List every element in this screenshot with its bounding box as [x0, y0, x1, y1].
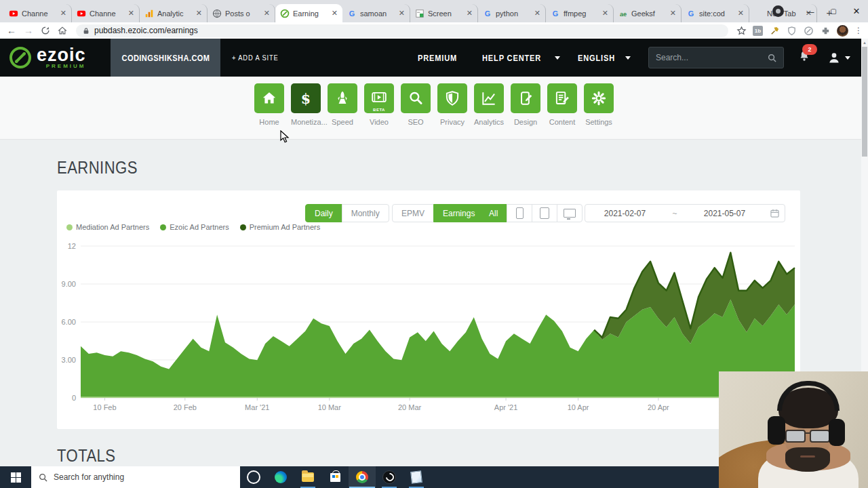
video-icon[interactable]: BETA [364, 83, 394, 113]
device-button-tablet-icon[interactable] [532, 204, 557, 222]
seo-icon[interactable] [401, 83, 431, 113]
start-button[interactable] [0, 466, 31, 488]
extension-shield-icon[interactable] [786, 25, 797, 36]
file-explorer-icon[interactable] [294, 466, 321, 488]
legend-item[interactable]: Ezoic Ad Partners [160, 223, 229, 231]
scrollbar-thumb[interactable] [862, 47, 867, 157]
legend-dot [240, 224, 246, 230]
date-to[interactable]: 2021-05-07 [685, 209, 764, 218]
extensions-puzzle-icon[interactable] [820, 25, 831, 36]
browser-tab[interactable]: Earning✕ [275, 4, 342, 22]
browser-tab[interactable]: Channe✕ [4, 4, 72, 22]
design-icon[interactable] [511, 83, 540, 113]
close-tab-icon[interactable]: ✕ [59, 9, 66, 18]
reload-icon[interactable] [39, 26, 52, 35]
tab-label: site:cod [699, 9, 733, 18]
close-tab-icon[interactable]: ✕ [465, 9, 473, 18]
nav-item-settings[interactable]: Settings [584, 83, 614, 139]
nav-item-content[interactable]: Content [547, 83, 577, 139]
metric-button-earnings[interactable]: Earnings [433, 204, 484, 222]
browser-avatar[interactable] [837, 25, 848, 37]
date-range-picker[interactable]: 2021-02-07 ~ 2021-05-07 [585, 204, 785, 222]
close-tab-icon[interactable]: ✕ [601, 9, 608, 18]
privacy-icon[interactable] [437, 83, 467, 113]
url-bar[interactable]: pubdash.ezoic.com/earnings [76, 24, 728, 37]
earnings-chart[interactable]: 03.006.009.001210 Feb20 FebMar '2110 Mar… [57, 242, 800, 420]
store-icon[interactable] [321, 466, 349, 488]
cortana-icon[interactable] [240, 466, 267, 488]
browser-tab[interactable]: Gsamoan✕ [342, 4, 410, 22]
browser-tab[interactable]: Screen✕ [410, 4, 478, 22]
close-tab-icon[interactable]: ✕ [262, 9, 270, 18]
bookmark-star-icon[interactable] [736, 25, 747, 36]
legend-item[interactable]: Mediation Ad Partners [66, 223, 149, 231]
legend-label: Mediation Ad Partners [76, 223, 149, 231]
nav-item-privacy[interactable]: Privacy [437, 83, 467, 139]
minimize-button[interactable]: — [799, 0, 822, 22]
period-button-daily[interactable]: Daily [305, 204, 342, 222]
close-tab-icon[interactable]: ✕ [127, 9, 134, 18]
date-from[interactable]: 2021-02-07 [585, 209, 665, 218]
close-tab-icon[interactable]: ✕ [533, 9, 540, 18]
help-center-menu-item[interactable]: HELP CENTER [482, 53, 561, 63]
browser-tab[interactable]: Gsite:cod✕ [682, 4, 749, 22]
close-tab-icon[interactable]: ✕ [330, 9, 338, 18]
tab-label: Channe [90, 9, 123, 18]
legend-item[interactable]: Premium Ad Partners [240, 223, 321, 231]
nav-item-seo[interactable]: SEO [401, 83, 431, 139]
speed-icon[interactable] [328, 83, 357, 113]
edge-icon[interactable] [267, 466, 294, 488]
period-button-monthly[interactable]: Monthly [342, 204, 389, 222]
browser-tab[interactable]: Analytic✕ [140, 4, 208, 22]
browser-tab[interactable]: Gffmpeg✕ [546, 4, 614, 22]
notifications-bell[interactable]: 2 [797, 49, 811, 66]
browser-tab[interactable]: aeGeeksf✕ [614, 4, 682, 22]
scroll-up-icon[interactable]: ▲ [861, 39, 868, 47]
chrome-icon[interactable] [349, 466, 376, 488]
extension-1b-icon[interactable]: 1b [753, 26, 763, 36]
close-tab-icon[interactable]: ✕ [669, 9, 676, 18]
obs-icon[interactable] [376, 466, 403, 488]
nav-item-video[interactable]: BETAVideo [364, 83, 394, 139]
account-menu[interactable] [827, 51, 850, 64]
device-button-phone-icon[interactable] [507, 204, 532, 222]
add-site-button[interactable]: + ADD A SITE [232, 54, 287, 62]
browser-profile-icon[interactable] [772, 5, 784, 17]
extension-hammer-icon[interactable] [769, 25, 780, 36]
browser-tab[interactable]: Channe✕ [72, 4, 140, 22]
analytics-icon[interactable] [474, 83, 504, 113]
nav-item-design[interactable]: Design [511, 83, 540, 139]
device-button-desktop-icon[interactable] [557, 204, 583, 222]
monetization-icon[interactable]: $ [291, 83, 321, 113]
forward-icon[interactable]: → [22, 25, 35, 36]
home-icon[interactable] [56, 26, 68, 35]
language-menu-item[interactable]: ENGLISH [578, 53, 631, 63]
close-tab-icon[interactable]: ✕ [736, 9, 744, 18]
taskbar-search-input[interactable]: Search for anything [31, 466, 240, 488]
premium-menu-item[interactable]: PREMIUM [418, 53, 464, 63]
maximize-button[interactable]: ▢ [822, 0, 845, 22]
site-tab[interactable]: CODINGSHIKSHA.COM [111, 39, 220, 77]
content-icon[interactable] [547, 83, 577, 113]
close-tab-icon[interactable]: ✕ [195, 9, 202, 18]
browser-tab[interactable]: Gpython✕ [478, 4, 546, 22]
home-icon[interactable] [254, 83, 284, 113]
browser-menu-icon[interactable]: ⋮ [854, 26, 863, 35]
youtube-favicon [77, 9, 86, 18]
header-search-input[interactable]: Search... [648, 47, 784, 68]
device-button-all[interactable]: All [479, 204, 507, 222]
close-tab-icon[interactable]: ✕ [397, 9, 405, 18]
settings-icon[interactable] [584, 83, 614, 113]
back-icon[interactable]: ← [5, 25, 18, 36]
browser-tab[interactable]: Posts o✕ [208, 4, 275, 22]
svg-text:20 Feb: 20 Feb [174, 403, 197, 411]
nav-item-analytics[interactable]: Analytics [474, 83, 504, 139]
metric-button-epmv[interactable]: EPMV [392, 204, 434, 222]
extension-ezoic-icon[interactable] [803, 25, 814, 36]
nav-item-monetiza[interactable]: $Monetiza... [291, 83, 321, 139]
notepad-icon[interactable] [403, 466, 430, 488]
close-button[interactable]: ✕ [845, 0, 868, 22]
ezoic-logo[interactable]: ezoic PREMIUM [0, 46, 111, 69]
nav-item-speed[interactable]: Speed [328, 83, 357, 139]
calendar-icon[interactable] [764, 209, 785, 218]
